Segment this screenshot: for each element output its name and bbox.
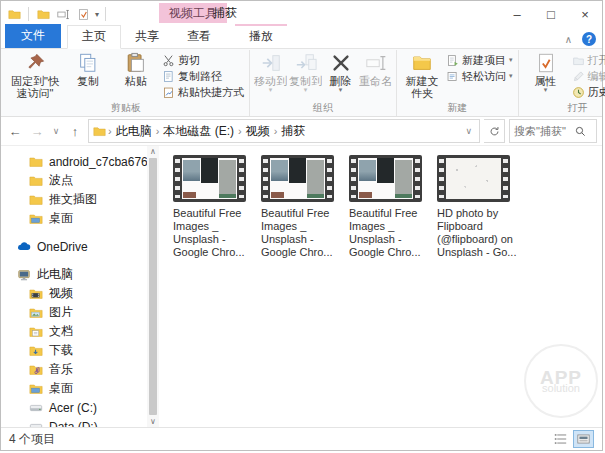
ribbon-group-label: 新建 bbox=[400, 101, 515, 116]
sidebar-item-波点[interactable]: 波点 bbox=[1, 171, 147, 190]
thumbnail-image-block bbox=[395, 194, 413, 198]
tab-文件[interactable]: 文件 bbox=[5, 24, 61, 48]
copy-to-button[interactable]: 复制到▾ bbox=[288, 50, 323, 95]
back-icon[interactable]: ← bbox=[6, 124, 24, 139]
sidebar-item-Acer (C:)[interactable]: Acer (C:) bbox=[1, 398, 147, 417]
button-label: 重命名 bbox=[359, 75, 392, 87]
qat-divider bbox=[28, 7, 29, 21]
window-controls: – □ × bbox=[500, 1, 602, 27]
sidebar-item-音乐[interactable]: 音乐 bbox=[1, 360, 147, 379]
qat-folder-icon[interactable] bbox=[35, 6, 51, 22]
file-tile[interactable]: Beautiful Free Images _ Unsplash - Googl… bbox=[349, 155, 436, 259]
breadcrumb-item[interactable]: 本地磁盘 (E:) bbox=[159, 123, 238, 140]
edit-button[interactable]: 编辑 bbox=[570, 68, 605, 84]
file-tile[interactable]: Beautiful Free Images _ Unsplash - Googl… bbox=[261, 155, 348, 259]
scrollbar-thumb[interactable] bbox=[149, 158, 157, 415]
properties-button[interactable]: 属性▾ bbox=[522, 50, 570, 95]
dropdown-chevron-icon: ▾ bbox=[339, 87, 343, 93]
recent-locations-chevron-icon[interactable]: ∨ bbox=[50, 126, 62, 136]
button-label: 粘贴快捷方式 bbox=[178, 85, 244, 100]
ribbon-group-label: 剪贴板 bbox=[6, 101, 246, 116]
paste-icon bbox=[125, 52, 147, 75]
pin-button[interactable]: 固定到"快速访问" bbox=[6, 50, 64, 101]
search-input[interactable] bbox=[514, 125, 572, 137]
qat-rename-icon[interactable] bbox=[55, 6, 71, 22]
tab-主页[interactable]: 主页 bbox=[67, 25, 121, 49]
sidebar-item-android_c7cba6764919c0[interactable]: android_c7cba6764919c0 bbox=[1, 152, 147, 171]
copy-path-icon bbox=[162, 70, 175, 83]
open-icon bbox=[572, 54, 585, 67]
music-icon bbox=[29, 363, 43, 377]
copy-button[interactable]: 复制 bbox=[64, 50, 112, 89]
sidebar-item-Data (D:)[interactable]: Data (D:) bbox=[1, 417, 147, 427]
sidebar-item-label: 文档 bbox=[49, 323, 73, 340]
scroll-up-icon[interactable]: ∧ bbox=[150, 147, 156, 156]
history-button[interactable]: 历史记录 bbox=[570, 84, 605, 100]
tab-播放[interactable]: 播放 bbox=[235, 24, 287, 48]
collapse-ribbon-icon[interactable]: ∧ bbox=[565, 34, 572, 45]
refresh-icon[interactable] bbox=[484, 119, 505, 143]
details-view-icon[interactable] bbox=[550, 430, 571, 448]
ribbon-group-新建: 新建文件夹新建项目▾轻松访问▾新建 bbox=[397, 50, 519, 116]
qat-customize-chevron-icon[interactable]: ▾ bbox=[95, 10, 99, 19]
new-item-button[interactable]: 新建项目▾ bbox=[444, 52, 515, 68]
help-icon[interactable]: ? bbox=[582, 32, 596, 46]
address-dropdown-chevron-icon[interactable]: ∨ bbox=[462, 126, 475, 136]
maximize-button[interactable]: □ bbox=[534, 1, 568, 27]
file-list: Beautiful Free Images _ Unsplash - Googl… bbox=[159, 146, 602, 427]
paste-button[interactable]: 粘贴 bbox=[112, 50, 160, 89]
new-folder-icon bbox=[411, 52, 433, 75]
breadcrumb[interactable]: ›此电脑›本地磁盘 (E:)›视频›捕获 ∨ bbox=[88, 119, 480, 143]
open-button[interactable]: 打开▾ bbox=[570, 52, 605, 68]
location-folder-icon bbox=[93, 125, 106, 138]
new-folder-button[interactable]: 新建文件夹 bbox=[400, 50, 444, 101]
qat-properties-icon[interactable] bbox=[75, 6, 91, 22]
button-label: 历史记录 bbox=[588, 85, 605, 100]
tab-查看[interactable]: 查看 bbox=[173, 26, 225, 48]
sidebar-item-推文插图[interactable]: 推文插图 bbox=[1, 190, 147, 209]
scroll-down-icon[interactable]: ∨ bbox=[150, 417, 156, 426]
sidebar-item-桌面[interactable]: 桌面 bbox=[1, 209, 147, 228]
sidebar-item-视频[interactable]: 视频 bbox=[1, 284, 147, 303]
thumbnail-image-block bbox=[183, 192, 196, 197]
forward-icon[interactable]: → bbox=[28, 124, 46, 139]
sidebar-scrollbar[interactable]: ∧ ∨ bbox=[147, 146, 159, 427]
breadcrumb-item[interactable]: 此电脑 bbox=[112, 123, 156, 140]
sidebar-item-OneDrive[interactable]: OneDrive bbox=[1, 237, 147, 256]
delete-button[interactable]: 删除▾ bbox=[323, 50, 358, 95]
move-to-button[interactable]: 移动到▾ bbox=[253, 50, 288, 95]
rename-button[interactable]: 重命名 bbox=[358, 50, 393, 89]
sidebar-item-此电脑[interactable]: 此电脑 bbox=[1, 265, 147, 284]
paste-shortcut-button[interactable]: 粘贴快捷方式 bbox=[160, 84, 246, 100]
file-name: Beautiful Free Images _ Unsplash - Googl… bbox=[349, 207, 435, 259]
file-tile[interactable]: HD photo by Flipboard (@flipboard) on Un… bbox=[437, 155, 524, 259]
thumbnail-frame bbox=[182, 158, 237, 199]
breadcrumb-item[interactable]: 捕获 bbox=[277, 123, 309, 140]
ribbon-group-组织: 移动到▾复制到▾删除▾重命名组织 bbox=[250, 50, 397, 116]
sidebar-item-文档[interactable]: 文档 bbox=[1, 322, 147, 341]
close-button[interactable]: × bbox=[568, 1, 602, 27]
minimize-button[interactable]: – bbox=[500, 1, 534, 27]
sidebar-item-label: 桌面 bbox=[49, 210, 73, 227]
thumbnail-frame bbox=[270, 158, 325, 199]
app-folder-icon bbox=[6, 6, 22, 22]
breadcrumb-item[interactable]: 视频 bbox=[242, 123, 274, 140]
file-name: Beautiful Free Images _ Unsplash - Googl… bbox=[173, 207, 259, 259]
easy-access-button[interactable]: 轻松访问▾ bbox=[444, 68, 515, 84]
thumbnail-image-block bbox=[307, 194, 325, 198]
new-item-icon bbox=[446, 54, 459, 67]
tab-共享[interactable]: 共享 bbox=[121, 26, 173, 48]
copy-path-button[interactable]: 复制路径 bbox=[160, 68, 246, 84]
pin-icon bbox=[24, 52, 46, 75]
cut-button[interactable]: 剪切 bbox=[160, 52, 246, 68]
sidebar-item-label: 推文插图 bbox=[49, 191, 97, 208]
sidebar-item-桌面[interactable]: 桌面 bbox=[1, 379, 147, 398]
folder-icon bbox=[29, 193, 43, 207]
sidebar-item-下载[interactable]: 下载 bbox=[1, 341, 147, 360]
up-icon[interactable]: ↑ bbox=[66, 124, 84, 139]
watermark: APP solution bbox=[524, 344, 598, 418]
navigation-pane: android_c7cba6764919c0波点推文插图桌面OneDrive此电… bbox=[1, 146, 147, 427]
file-tile[interactable]: Beautiful Free Images _ Unsplash - Googl… bbox=[173, 155, 260, 259]
thumbnail-view-icon[interactable] bbox=[573, 430, 594, 448]
sidebar-item-图片[interactable]: 图片 bbox=[1, 303, 147, 322]
